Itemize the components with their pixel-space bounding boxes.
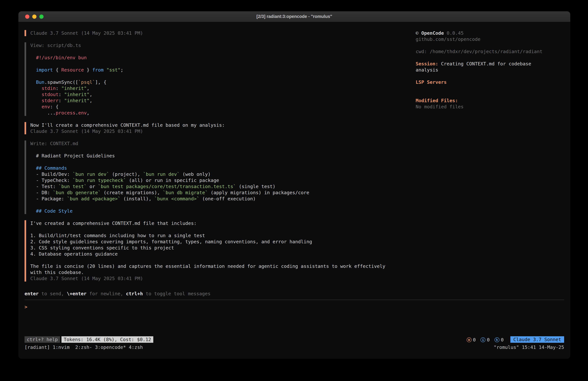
session-line: Session: Creating CONTEXT.md for codebas…: [416, 61, 554, 73]
traffic-lights: [25, 11, 43, 22]
text-segment: for newline,: [86, 291, 126, 296]
text-segment: # Radiant Project Guidelines: [30, 153, 115, 158]
chat-line: #!/usr/bin/env bun: [30, 55, 416, 61]
hint-indicator-count: 0: [501, 337, 504, 343]
chat-line: - DB: `bun db generate` (create migratio…: [30, 190, 416, 196]
minimize-button[interactable]: [32, 15, 37, 19]
text-segment: (create migrations),: [101, 190, 163, 195]
window-titlebar[interactable]: [2/3] radiant:3:opencode - "romulus": [18, 11, 570, 22]
text-segment: [104, 67, 106, 73]
assistant-message: Now I'll create a comprehensive CONTEXT.…: [24, 122, 416, 134]
text-segment: :: [59, 92, 64, 97]
sidebar: © OpenCode 0.0.45 github.com/sst/opencod…: [416, 30, 564, 291]
terminal-content: Claude 3.7 Sonnet (14 May 2025 03:41 PM)…: [18, 22, 570, 359]
text-segment: import: [36, 67, 53, 73]
tokens-cost-badge: Tokens: 16.4K (8%), Cost: $0.12: [62, 336, 153, 343]
text-segment: 3. CSS styling conventions specific to t…: [30, 245, 174, 250]
text-segment: env: [42, 104, 50, 110]
tool-write-block: Write: CONTEXT.md # Radiant Project Guid…: [24, 140, 416, 214]
info-indicator-count: 0: [487, 337, 490, 343]
info-indicator: i0: [481, 337, 490, 343]
text-segment: The file is concise (20 lines) and captu…: [30, 264, 385, 269]
text-segment: [30, 98, 42, 103]
zoom-button[interactable]: [39, 15, 43, 19]
text-segment: View: script/db.ts: [30, 43, 81, 48]
text-segment: .: [75, 110, 78, 116]
status-bar-left: ctrl+? help Tokens: 16.4K (8%), Cost: $0…: [24, 336, 153, 343]
text-segment: Write: CONTEXT.md: [30, 141, 78, 146]
chat-line: env: {: [30, 104, 416, 110]
chat-line: Now I'll create a comprehensive CONTEXT.…: [30, 122, 416, 128]
tmux-windows-list[interactable]: [radiant] 1:nvim 2:zsh- 3:opencode* 4:zs…: [24, 344, 143, 350]
text-segment: (project),: [109, 171, 143, 177]
text-segment: to toggle tool messages: [143, 291, 210, 296]
text-segment: ## Code Style: [36, 208, 73, 214]
chat-line: Claude 3.7 Sonnet (14 May 2025 03:41 PM): [30, 128, 416, 134]
window-title: [2/3] radiant:3:opencode - "romulus": [256, 14, 332, 19]
text-segment: I've created a comprehensive CONTEXT.md …: [30, 221, 197, 226]
text-segment: 2. Code style guidelines covering import…: [30, 239, 312, 245]
chat-line: stdin: "inherit",: [30, 85, 416, 91]
chat-line: - Test: `bun test` or `bun test packages…: [30, 183, 416, 190]
chat-line: import { Resource } from "sst";: [30, 67, 416, 73]
chat-line: Write: CONTEXT.md: [30, 140, 416, 147]
chat-line: [30, 226, 416, 232]
warning-indicator-count: 0: [473, 337, 476, 343]
diagnostics-indicators: W0i0h0: [462, 336, 504, 343]
text-segment: env: [78, 110, 87, 116]
text-segment: 4. Database operations guidance: [30, 251, 118, 257]
chat-line: Claude 3.7 Sonnet (14 May 2025 03:41 PM): [30, 30, 416, 36]
text-segment: [30, 208, 36, 214]
chat-line: stdout: "inherit",: [30, 91, 416, 97]
text-segment: Bun: [36, 79, 44, 85]
text-segment: ,: [89, 98, 92, 103]
text-segment: ctrl+h: [126, 291, 143, 296]
chat-line: 3. CSS styling conventions specific to t…: [30, 245, 416, 251]
text-segment: - DB:: [30, 190, 53, 195]
keybinding-help-line: enter to send, \+enter for newline, ctrl…: [24, 291, 564, 297]
modified-files-header: Modified Files:: [416, 97, 554, 104]
text-segment: Resource: [61, 67, 84, 73]
text-segment: `bun add <package>`: [67, 196, 121, 202]
prompt-symbol: >: [24, 304, 27, 310]
chat-line: - Build/Dev: `bun run dev` (project), `b…: [30, 171, 416, 177]
text-segment: `bun run dev`: [73, 171, 109, 177]
text-segment: (single test): [236, 184, 275, 189]
app-name: OpenCode: [421, 30, 444, 36]
text-segment: [30, 165, 36, 171]
chat-line: 4. Database operations guidance: [30, 251, 416, 257]
content-row: Claude 3.7 Sonnet (14 May 2025 03:41 PM)…: [24, 30, 564, 291]
text-segment: `bunx <command>`: [154, 196, 199, 202]
warning-indicator-icon: W: [467, 337, 471, 342]
text-segment: :: [59, 98, 64, 103]
text-segment: (one-off execution): [199, 196, 256, 202]
chat-line: [30, 202, 416, 208]
app-identity: © OpenCode 0.0.45: [416, 30, 554, 36]
help-badge: ctrl+? help: [24, 336, 60, 343]
chat-line: Claude 3.7 Sonnet (14 May 2025 03:41 PM): [30, 275, 416, 282]
text-segment: : {: [50, 104, 58, 110]
prompt-input-area[interactable]: >: [24, 300, 564, 336]
text-segment: ,: [89, 92, 92, 97]
text-segment: ,: [87, 110, 89, 116]
text-segment: ## Commands: [36, 165, 67, 171]
text-segment: "inherit": [64, 98, 89, 103]
text-segment: Claude 3.7 Sonnet (14 May 2025 03:41 PM): [30, 276, 143, 281]
modified-files-empty: No modified files: [416, 104, 554, 110]
session-label: Session:: [416, 61, 438, 67]
close-button[interactable]: [25, 15, 29, 19]
text-segment: `bun test`: [59, 184, 87, 189]
text-segment: #!/usr/bin/env bun: [30, 55, 87, 60]
text-segment: `bun db generate`: [53, 190, 101, 195]
text-segment: [30, 104, 42, 110]
chat-line: ...process.env,: [30, 110, 416, 116]
text-segment: stdin: [42, 86, 56, 91]
text-segment: [30, 67, 36, 73]
chat-line: 2. Code style guidelines covering import…: [30, 239, 416, 245]
model-badge[interactable]: Claude 3.7 Sonnet: [510, 336, 564, 343]
chat-line: - Package: `bun add <package>` (install)…: [30, 196, 416, 202]
text-segment: - Package:: [30, 196, 67, 202]
text-segment: - Build/Dev:: [30, 171, 73, 177]
text-segment: .spawnSync([: [44, 79, 78, 85]
text-segment: - TypeCheck:: [30, 178, 73, 183]
